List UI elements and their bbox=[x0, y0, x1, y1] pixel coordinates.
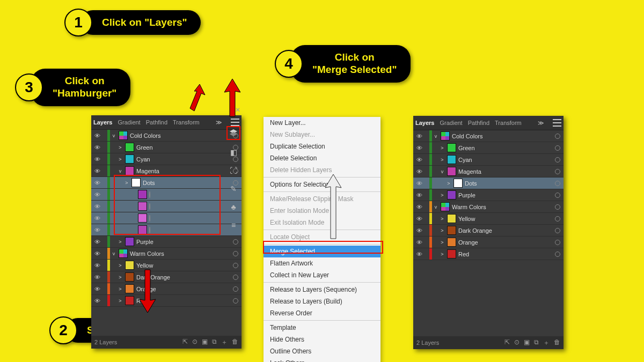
target-icon[interactable] bbox=[555, 181, 560, 186]
menu-item[interactable]: Release to Layers (Build) bbox=[264, 295, 380, 307]
layer-row[interactable]: 👁>Green bbox=[413, 142, 564, 154]
visibility-icon[interactable]: 👁 bbox=[93, 250, 101, 257]
visibility-icon[interactable]: 👁 bbox=[93, 262, 101, 269]
tab-pathfinder[interactable]: Pathfind bbox=[146, 119, 167, 125]
delete-icon[interactable]: 🗑 bbox=[554, 338, 560, 348]
visibility-icon[interactable]: 👁 bbox=[93, 191, 101, 198]
visibility-icon[interactable]: 👁 bbox=[93, 132, 101, 139]
layer-row[interactable]: 👁>Yellow bbox=[91, 260, 241, 271]
tab-transform[interactable]: Transform bbox=[495, 120, 522, 126]
layer-row[interactable]: 👁>Green bbox=[91, 142, 241, 153]
visibility-icon[interactable]: 👁 bbox=[415, 157, 423, 163]
target-icon[interactable] bbox=[555, 216, 560, 221]
tab-gradient[interactable]: Gradient bbox=[118, 119, 140, 125]
menu-item[interactable]: Flatten Artwork bbox=[264, 257, 380, 269]
target-icon[interactable] bbox=[233, 263, 238, 268]
toggle-icon[interactable]: v bbox=[440, 169, 445, 174]
tabs-more-icon[interactable]: ≫ bbox=[216, 119, 222, 126]
menu-item[interactable]: Lock Others bbox=[264, 357, 380, 362]
tab-pathfinder[interactable]: Pathfind bbox=[468, 120, 489, 126]
layer-row[interactable]: 👁>Yellow bbox=[413, 213, 564, 225]
toggle-icon[interactable]: > bbox=[440, 216, 445, 221]
toggle-icon[interactable]: > bbox=[118, 145, 123, 150]
target-icon[interactable] bbox=[555, 228, 560, 233]
target-icon[interactable] bbox=[555, 193, 560, 198]
toggle-icon[interactable]: > bbox=[446, 181, 451, 186]
visibility-icon[interactable]: 👁 bbox=[415, 204, 423, 210]
toggle-icon[interactable]: > bbox=[118, 263, 123, 268]
menu-item[interactable]: Merge Selected bbox=[264, 246, 380, 257]
layer-row[interactable]: 👁vCold Colors bbox=[413, 130, 564, 142]
layer-row[interactable]: 👁>Dark Orange bbox=[91, 271, 241, 283]
target-icon[interactable] bbox=[555, 252, 560, 257]
toggle-icon[interactable]: > bbox=[440, 252, 445, 257]
toggle-icon[interactable]: v bbox=[433, 204, 438, 210]
visibility-icon[interactable]: 👁 bbox=[415, 227, 423, 234]
layer-row[interactable]: 👁>Orange bbox=[413, 237, 564, 248]
mask-icon[interactable]: ▣ bbox=[524, 338, 530, 348]
toggle-icon[interactable]: > bbox=[118, 239, 123, 245]
layer-row[interactable]: 👁 bbox=[91, 224, 241, 236]
visibility-icon[interactable]: 👁 bbox=[415, 192, 423, 198]
locate-icon[interactable]: ⊙ bbox=[192, 338, 197, 347]
tab-layers[interactable]: Layers bbox=[415, 120, 434, 126]
layer-row[interactable]: 👁>Dots bbox=[91, 177, 241, 189]
transform-icon[interactable]: ⛶ bbox=[228, 165, 239, 176]
menu-item[interactable]: Release to Layers (Sequence) bbox=[264, 284, 380, 295]
panel-close-icon[interactable]: ✕ bbox=[235, 106, 240, 114]
target-icon[interactable] bbox=[149, 215, 150, 221]
target-icon[interactable] bbox=[555, 145, 560, 151]
visibility-icon[interactable]: 👁 bbox=[415, 168, 423, 175]
export-icon[interactable]: ⇱ bbox=[182, 338, 188, 347]
delete-icon[interactable]: 🗑 bbox=[232, 338, 238, 347]
toggle-icon[interactable]: > bbox=[440, 228, 445, 233]
layer-row[interactable]: 👁 bbox=[91, 201, 241, 212]
toggle-icon[interactable]: > bbox=[124, 180, 129, 186]
toggle-icon[interactable]: v bbox=[118, 168, 123, 174]
visibility-icon[interactable]: 👁 bbox=[415, 239, 423, 246]
target-icon[interactable] bbox=[149, 227, 150, 233]
visibility-icon[interactable]: 👁 bbox=[93, 168, 101, 174]
hamburger-menu-icon[interactable] bbox=[553, 119, 561, 127]
toggle-icon[interactable]: v bbox=[111, 133, 116, 138]
layer-row[interactable]: 👁vMagenta bbox=[91, 165, 241, 177]
menu-item[interactable]: New Layer... bbox=[264, 117, 380, 129]
layer-row[interactable]: 👁>Purple bbox=[413, 189, 564, 201]
menu-item[interactable]: Outline Others bbox=[264, 345, 380, 357]
target-icon[interactable] bbox=[555, 240, 560, 245]
layer-row[interactable]: 👁>Orange bbox=[91, 283, 241, 295]
toggle-icon[interactable]: > bbox=[118, 275, 123, 280]
layer-row[interactable]: 👁>Dots bbox=[413, 178, 564, 189]
target-icon[interactable] bbox=[555, 157, 560, 162]
locate-icon[interactable]: ⊙ bbox=[514, 338, 519, 348]
hamburger-side-icon[interactable]: ≡ bbox=[228, 219, 239, 231]
visibility-icon[interactable]: 👁 bbox=[93, 144, 101, 151]
layer-row[interactable]: 👁 bbox=[91, 189, 241, 201]
mask-icon[interactable]: ▣ bbox=[202, 338, 208, 347]
layer-row[interactable]: 👁>Red bbox=[91, 295, 241, 307]
layer-row[interactable]: 👁>Red bbox=[413, 248, 564, 260]
new-layer-icon[interactable]: ＋ bbox=[221, 338, 228, 347]
tab-gradient[interactable]: Gradient bbox=[440, 120, 462, 126]
swatches-icon[interactable]: ♣ bbox=[228, 201, 239, 213]
toggle-icon[interactable]: v bbox=[433, 134, 438, 139]
toggle-icon[interactable]: > bbox=[440, 145, 445, 151]
menu-item[interactable]: Reverse Order bbox=[264, 307, 380, 319]
target-icon[interactable] bbox=[233, 286, 238, 292]
visibility-icon[interactable]: 👁 bbox=[93, 156, 101, 162]
layer-row[interactable]: 👁vMagenta bbox=[413, 166, 564, 178]
visibility-icon[interactable]: 👁 bbox=[415, 133, 423, 139]
new-layer-icon[interactable]: ＋ bbox=[543, 338, 550, 348]
toggle-icon[interactable]: v bbox=[111, 251, 116, 256]
tabs-more-icon[interactable]: ≫ bbox=[538, 120, 544, 127]
export-icon[interactable]: ⇱ bbox=[504, 338, 510, 348]
visibility-icon[interactable]: 👁 bbox=[93, 215, 101, 221]
new-sublayer-icon[interactable]: ⧉ bbox=[212, 338, 217, 347]
layer-row[interactable]: 👁vWarm Colors bbox=[91, 248, 241, 260]
visibility-icon[interactable]: 👁 bbox=[415, 216, 423, 222]
menu-item[interactable]: Duplicate Selection bbox=[264, 141, 380, 152]
layer-row[interactable]: 👁 bbox=[91, 212, 241, 224]
toggle-icon[interactable]: > bbox=[118, 286, 123, 292]
target-icon[interactable] bbox=[233, 239, 238, 245]
menu-item[interactable]: Collect in New Layer bbox=[264, 269, 380, 281]
